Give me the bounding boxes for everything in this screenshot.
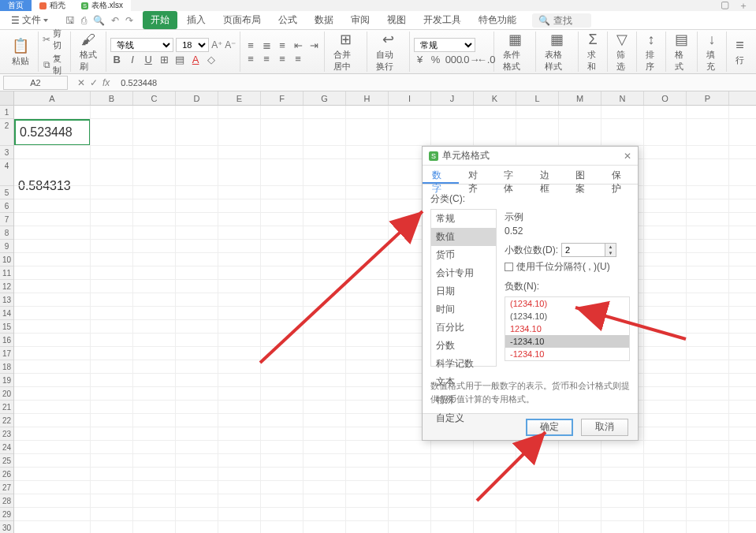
indent-inc-icon[interactable]: ⇥ [307,39,320,51]
row-header-8[interactable]: 8 [0,226,13,240]
font-size-select[interactable]: 18 [176,38,209,52]
comma-icon[interactable]: 000 [445,54,458,65]
neg-item-1[interactable]: (1234.10) [505,310,629,322]
tab-daoke[interactable]: 稻壳 [32,0,73,11]
align-bot-icon[interactable]: ≡ [276,39,289,51]
row-header-7[interactable]: 7 [0,213,13,226]
cell-A2[interactable]: 0.523448 [14,119,91,146]
ok-button[interactable]: 确定 [526,419,573,436]
cat-number[interactable]: 数值 [431,228,496,246]
search-box[interactable]: 🔍 [532,13,591,28]
menu-special[interactable]: 特色功能 [471,11,524,29]
font-color-icon[interactable]: A [189,54,202,65]
align-right-icon[interactable]: ≡ [276,53,289,65]
row-header-10[interactable]: 10 [0,253,13,266]
merge-button[interactable]: ⊞合并居中 [329,31,363,73]
col-header-L[interactable]: L [516,91,559,105]
row-header-3[interactable]: 3 [0,146,13,159]
row-header-17[interactable]: 17 [0,347,13,360]
row-header-25[interactable]: 25 [0,454,13,468]
number-format-select[interactable]: 常规 [414,38,475,52]
cat-scientific[interactable]: 科学记数 [431,355,496,373]
tab-file[interactable]: S表格.xlsx [73,0,131,11]
qa-save-icon[interactable]: 🖫 [65,15,75,26]
cells-area[interactable]: 0.523448 0.584313 [14,106,756,533]
font-name-select[interactable]: 等线 [110,38,173,52]
cat-date[interactable]: 日期 [431,282,496,300]
decimal-input[interactable] [562,244,605,256]
row-header-30[interactable]: 30 [0,521,13,533]
neg-item-2[interactable]: 1234.10 [505,322,629,335]
row-header-29[interactable]: 29 [0,508,13,521]
underline-icon[interactable]: U [142,54,155,65]
row-header-6[interactable]: 6 [0,199,13,213]
row-button[interactable]: ≡行 [731,37,749,66]
fx-cancel-icon[interactable]: ✕ [77,77,85,88]
row-header-22[interactable]: 22 [0,414,13,427]
col-header-I[interactable]: I [389,91,431,105]
cond-fmt-button[interactable]: ▦条件格式 [498,31,532,73]
col-header-J[interactable]: J [431,91,474,105]
row-header-20[interactable]: 20 [0,387,13,401]
negative-list[interactable]: (1234.10) (1234.10) 1234.10 -1234.10 -12… [505,296,630,361]
format-painter-button[interactable]: 🖌格式刷 [75,32,102,73]
qa-undo-icon[interactable]: ↶ [111,15,119,26]
align-mid-icon[interactable]: ≣ [260,39,273,51]
row-header-24[interactable]: 24 [0,441,13,454]
cat-currency[interactable]: 货币 [431,246,496,264]
dec-inc-icon[interactable]: .0→ [461,54,474,65]
window-add-icon[interactable]: ＋ [739,0,748,13]
wrap-button[interactable]: ↩自动换行 [371,31,405,73]
row-header-4[interactable]: 4 [0,159,13,186]
col-header-B[interactable]: B [91,91,133,105]
col-header-E[interactable]: E [218,91,261,105]
col-header-G[interactable]: G [304,91,346,105]
neg-item-3[interactable]: -1234.10 [505,335,629,348]
row-header-15[interactable]: 15 [0,320,13,334]
col-header-C[interactable]: C [133,91,176,105]
search-input[interactable] [553,15,585,26]
close-icon[interactable]: ✕ [624,151,631,162]
grow-font-icon[interactable]: A⁺ [211,39,222,50]
dec-dec-icon[interactable]: ←.0 [477,54,490,65]
col-header-N[interactable]: N [601,91,644,105]
window-min-icon[interactable]: ▢ [721,0,729,13]
cat-time[interactable]: 时间 [431,300,496,319]
dtab-border[interactable]: 边框 [531,166,567,184]
dialog-titlebar[interactable]: S 单元格格式 ✕ [423,147,638,166]
highlight-icon[interactable]: ◇ [205,54,218,65]
currency-icon[interactable]: ¥ [414,54,426,65]
border-icon[interactable]: ⊞ [158,54,170,65]
category-list[interactable]: 常规 数值 货币 会计专用 日期 时间 百分比 分数 科学记数 文本 特殊 自定… [430,209,497,367]
table-style-button[interactable]: ▦表格样式 [540,31,574,73]
col-header-A[interactable]: A [14,91,91,105]
col-header-P[interactable]: P [687,91,729,105]
format-button[interactable]: ▤格式 [670,31,693,73]
neg-item-0[interactable]: (1234.10) [505,297,629,310]
row-header-1[interactable]: 1 [0,106,13,119]
copy-button[interactable]: ⧉复制 [43,53,66,76]
fill-color-icon[interactable]: ▤ [173,54,186,65]
row-header-11[interactable]: 11 [0,266,13,280]
paste-button[interactable]: 📋粘贴 [7,37,34,67]
row-header-27[interactable]: 27 [0,481,13,494]
menu-formula[interactable]: 公式 [270,11,305,29]
align-top-icon[interactable]: ≡ [244,39,257,51]
cat-accounting[interactable]: 会计专用 [431,264,496,282]
neg-item-4[interactable]: -1234.10 [505,348,629,360]
indent-dec-icon[interactable]: ⇤ [292,39,304,51]
spin-down-icon[interactable]: ▼ [605,250,616,256]
qa-preview-icon[interactable]: 🔍 [93,15,105,26]
fx-confirm-icon[interactable]: ✓ [90,77,98,88]
col-header-F[interactable]: F [261,91,304,105]
col-header-K[interactable]: K [474,91,516,105]
sum-button[interactable]: Σ求和 [583,32,603,73]
sort-button[interactable]: ↕排序 [641,32,661,73]
cat-percent[interactable]: 百分比 [431,319,496,337]
align-center-icon[interactable]: ≡ [260,53,273,65]
col-header-D[interactable]: D [176,91,218,105]
row-header-2[interactable]: 2 [0,119,13,146]
cut-button[interactable]: ✂剪切 [43,28,66,51]
dtab-number[interactable]: 数字 [423,166,459,184]
cancel-button[interactable]: 取消 [581,419,628,436]
